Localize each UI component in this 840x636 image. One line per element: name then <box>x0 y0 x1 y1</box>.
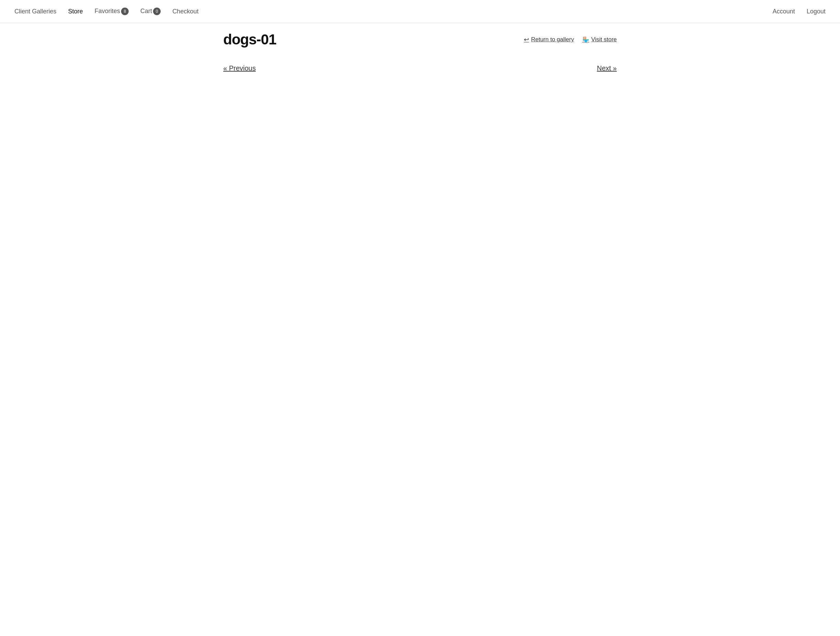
favorites-badge: 8 <box>121 8 129 15</box>
nav-favorites[interactable]: Favorites8 <box>90 5 133 18</box>
main-navigation: Client Galleries Store Favorites8 Cart0 … <box>0 0 840 23</box>
nav-account[interactable]: Account <box>768 5 800 18</box>
nav-client-galleries[interactable]: Client Galleries <box>9 5 61 18</box>
return-icon: ↩ <box>524 36 529 43</box>
page-header: dogs-01 ↩ Return to gallery 🏪 Visit stor… <box>223 31 617 48</box>
visit-store-button[interactable]: 🏪 Visit store <box>583 36 617 43</box>
nav-left: Client Galleries Store Favorites8 Cart0 … <box>9 5 766 18</box>
return-to-gallery-button[interactable]: ↩ Return to gallery <box>524 36 574 43</box>
page-title: dogs-01 <box>223 31 276 48</box>
nav-checkout[interactable]: Checkout <box>167 5 203 18</box>
cart-badge: 0 <box>153 8 161 15</box>
header-actions: ↩ Return to gallery 🏪 Visit store <box>524 36 617 43</box>
nav-cart[interactable]: Cart0 <box>136 5 166 18</box>
navigation-footer: « Previous Next » <box>223 57 617 76</box>
nav-logout[interactable]: Logout <box>802 5 831 18</box>
next-button[interactable]: Next » <box>597 64 617 72</box>
previous-button[interactable]: « Previous <box>223 64 256 72</box>
store-icon: 🏪 <box>583 36 589 43</box>
nav-right: Account Logout <box>768 5 831 18</box>
nav-store[interactable]: Store <box>63 5 88 18</box>
page-content: dogs-01 ↩ Return to gallery 🏪 Visit stor… <box>214 23 626 84</box>
